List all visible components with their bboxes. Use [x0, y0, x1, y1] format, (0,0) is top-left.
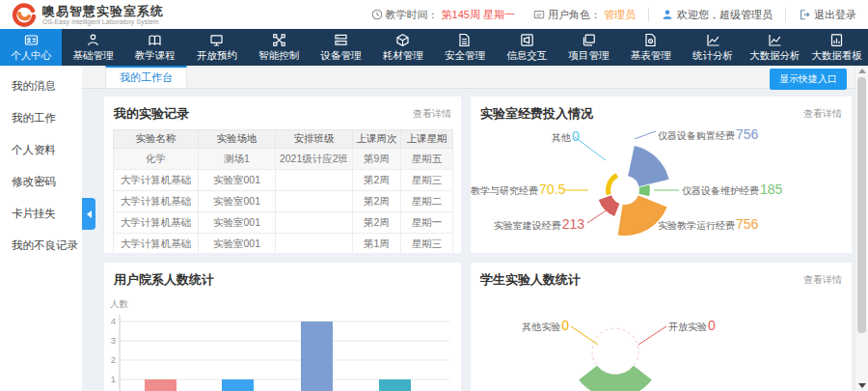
- doc-gear-icon: [643, 33, 658, 47]
- nav-item-9[interactable]: 信息交互: [496, 29, 557, 66]
- table-cell: 大学计算机基础: [114, 212, 199, 234]
- table-cell: 大学计算机基础: [114, 191, 199, 212]
- main-nav: 个人中心基础管理教学课程开放预约智能控制设备管理耗材管理安全管理信息交互项目管理…: [0, 29, 868, 66]
- nav-item-7[interactable]: 耗材管理: [372, 29, 434, 66]
- nav-item-13[interactable]: 大数据分析: [744, 29, 805, 66]
- panel-my-experiments: 我的实验记录 查看详情 实验名称实验场地安排班级上课周次上课星期 化学测场120…: [104, 97, 461, 253]
- pie-wedge: [639, 185, 650, 197]
- pie-label: 仪器设备维护经费185: [682, 182, 782, 198]
- folders-icon: [582, 33, 596, 47]
- monitor-icon: [209, 33, 224, 47]
- panel-title: 我的实验记录: [104, 97, 461, 127]
- nav-item-6[interactable]: 设备管理: [310, 29, 371, 66]
- table-cell: 第1周: [353, 234, 401, 254]
- nav-item-5[interactable]: 智能控制: [248, 29, 310, 66]
- app-title: 噢易智慧实验室系统: [42, 5, 164, 18]
- sidebar-item-3[interactable]: 个人资料: [0, 134, 82, 166]
- table-cell: 实验室001: [199, 170, 276, 191]
- table-row: 大学计算机基础实验室001第2周星期三: [114, 170, 453, 191]
- nav-item-11[interactable]: 基表管理: [620, 29, 682, 66]
- scrollbar-thumb[interactable]: [857, 77, 866, 333]
- table-cell: 大学计算机基础: [114, 234, 199, 254]
- divider: [524, 8, 525, 21]
- bar: [222, 379, 254, 391]
- panel-student-stats: 学生实验人数统计 查看详情 其他实验0开放实验0: [471, 263, 852, 391]
- nav-item-3[interactable]: 教学课程: [124, 29, 186, 66]
- funding-rose-chart: 其他0仪器设备购置经费756仪器设备维护经费185实验教学运行经费756实验室建…: [471, 97, 852, 253]
- table-row: 大学计算机基础实验室001第2周星期二: [114, 191, 453, 212]
- pie-wedge: [579, 366, 652, 391]
- app-window: 噢易智慧实验室系统 OS-Easy Intelligent Laboratory…: [0, 0, 868, 391]
- pie-label: 教学与研究经费70.5: [471, 182, 562, 198]
- label-leader-line: [571, 326, 598, 345]
- user-icon: [662, 9, 673, 20]
- pie-label: 其他实验0: [471, 318, 569, 334]
- book-icon: [148, 33, 162, 47]
- experiment-table: 实验名称实验场地安排班级上课周次上课星期 化学测场12021级计应2班第9周星期…: [113, 129, 453, 253]
- department-bar-chart: 人数43210: [104, 263, 461, 391]
- pie-label: 实验室建设经费213: [471, 216, 584, 233]
- bar: [379, 379, 411, 391]
- label-leader-line: [638, 326, 666, 345]
- divider: [648, 8, 649, 21]
- view-details-link[interactable]: 查看详情: [413, 107, 451, 121]
- nav-item-4[interactable]: 开放预约: [186, 29, 248, 66]
- nav-item-2[interactable]: 基础管理: [62, 29, 123, 66]
- table-cell: [276, 212, 353, 234]
- tab-my-workspace[interactable]: 我的工作台: [105, 66, 187, 88]
- logo-swirl-icon: [12, 2, 37, 27]
- table-cell: [276, 170, 353, 191]
- nav-item-14[interactable]: 大数据看板: [805, 29, 867, 66]
- user-role: 用户角色：管理员: [533, 8, 636, 22]
- vertical-scrollbar[interactable]: [854, 66, 868, 391]
- sidebar-collapse-button[interactable]: [82, 198, 95, 230]
- show-quick-entry-button[interactable]: 显示快捷入口: [770, 69, 847, 90]
- welcome-user-link[interactable]: 欢迎您，超级管理员: [662, 8, 773, 22]
- id-card-icon: [24, 33, 39, 47]
- table-row: 大学计算机基础实验室001第2周星期一: [114, 212, 453, 234]
- pie-wedge: [606, 173, 618, 195]
- sidebar-item-4[interactable]: 修改密码: [0, 166, 82, 198]
- person-icon: [86, 33, 100, 47]
- table-cell: 实验室001: [199, 212, 276, 234]
- nav-item-10[interactable]: 项目管理: [557, 29, 619, 66]
- app-logo: 噢易智慧实验室系统 OS-Easy Intelligent Laboratory…: [12, 2, 164, 27]
- server-icon: [334, 33, 348, 47]
- table-cell: 第2周: [353, 170, 401, 191]
- chevron-left-icon: [87, 210, 92, 218]
- table-cell: 实验室001: [199, 191, 276, 212]
- app-subtitle: OS-Easy Intelligent Laboratory System: [42, 18, 164, 25]
- pie-label: 开放实验0: [668, 318, 716, 334]
- chart-text: 1: [111, 374, 116, 384]
- sidebar-item-6[interactable]: 我的不良记录: [0, 230, 82, 262]
- sidebar-item-2[interactable]: 我的工作: [0, 102, 82, 134]
- table-body: 化学测场12021级计应2班第9周星期五大学计算机基础实验室001第2周星期三大…: [114, 149, 453, 254]
- column-header: 上课周次: [353, 130, 401, 149]
- table-cell: 第2周: [353, 212, 401, 234]
- table-cell: 大学计算机基础: [114, 170, 199, 191]
- table-cell: 第2周: [353, 191, 401, 212]
- nav-item-12[interactable]: 统计分析: [682, 29, 744, 66]
- pie-label: 其他0: [552, 128, 580, 145]
- user-role-value: 管理员: [604, 8, 636, 22]
- sidebar-item-5[interactable]: 卡片挂失: [0, 198, 82, 230]
- logout-button[interactable]: 退出登录: [799, 8, 856, 22]
- chart-text: 2: [111, 354, 116, 365]
- clock-icon: [371, 9, 383, 20]
- nav-item-1[interactable]: 个人中心: [0, 29, 62, 66]
- line-chart-icon: [768, 33, 782, 47]
- sidebar-item-1[interactable]: 我的消息: [0, 70, 82, 102]
- board-icon: [829, 33, 844, 47]
- scroll-up-arrow-icon[interactable]: [858, 69, 866, 73]
- student-pie-chart: 其他实验0开放实验0: [471, 263, 852, 391]
- column-header: 安排班级: [276, 130, 353, 149]
- sidebar: 我的消息我的工作个人资料修改密码卡片挂失我的不良记录: [0, 66, 82, 391]
- panel-department-stats: 用户院系人数统计 人数43210: [104, 263, 461, 391]
- role-badge-icon: [533, 9, 545, 20]
- table-row: 大学计算机基础实验室001第1周星期三: [114, 234, 453, 254]
- tab-strip: 我的工作台: [82, 66, 854, 89]
- top-header: 噢易智慧实验室系统 OS-Easy Intelligent Laboratory…: [0, 0, 868, 29]
- scroll-down-arrow-icon[interactable]: [858, 383, 866, 388]
- nav-item-8[interactable]: 安全管理: [434, 29, 496, 66]
- teaching-time: 教学时间：第145周 星期一: [371, 8, 515, 22]
